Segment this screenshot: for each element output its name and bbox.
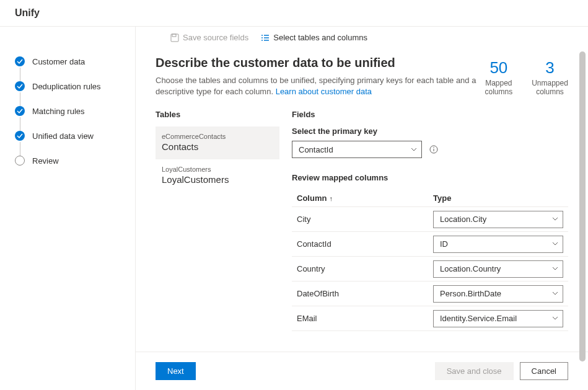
- svg-rect-1: [172, 34, 176, 37]
- chevron-down-icon: [552, 264, 558, 273]
- table-row: ContactId ID: [292, 232, 568, 257]
- circle-icon: [15, 156, 25, 166]
- table-row: Country Location.Country: [292, 257, 568, 281]
- grid-header: Column ↑ Type: [292, 190, 568, 206]
- svg-point-10: [433, 148, 434, 148]
- select-value: Person.BirthDate: [440, 289, 501, 298]
- page-title: Unify: [0, 0, 588, 27]
- checkmark-icon: [15, 131, 25, 141]
- save-source-fields-button: Save source fields: [170, 33, 248, 42]
- column-name: Country: [297, 264, 433, 273]
- wizard-sidebar: Customer data Deduplication rules Matchi…: [0, 27, 136, 390]
- review-mapped-heading: Review mapped columns: [292, 173, 568, 182]
- column-name: DateOfBirth: [297, 289, 433, 298]
- scrollbar-thumb[interactable]: [579, 51, 586, 361]
- table-list: eCommerceContacts Contacts LoyalCustomer…: [156, 126, 279, 192]
- step-deduplication-rules[interactable]: Deduplication rules: [0, 74, 135, 99]
- toolbar-label: Save source fields: [183, 33, 248, 42]
- footer: Next Save and close Cancel: [136, 352, 588, 390]
- type-select[interactable]: Identity.Service.Email: [433, 310, 563, 327]
- fields-heading: Fields: [292, 110, 568, 119]
- stat-unmapped: 3 Unmapped columns: [532, 58, 568, 96]
- table-source: LoyalCustomers: [162, 166, 272, 173]
- chevron-down-icon: [552, 215, 558, 224]
- chevron-down-icon: [552, 239, 558, 249]
- select-value: Location.City: [440, 215, 486, 224]
- next-button[interactable]: Next: [156, 362, 196, 380]
- step-customer-data[interactable]: Customer data: [0, 49, 135, 74]
- learn-more-link[interactable]: Learn about customer data: [276, 87, 372, 96]
- step-label: Customer data: [32, 57, 85, 66]
- checkmark-icon: [15, 106, 25, 116]
- select-value: Location.Country: [440, 264, 501, 273]
- primary-key-select[interactable]: ContactId: [292, 141, 422, 158]
- stat-label: Unmapped columns: [532, 79, 568, 96]
- stat-mapped: 50 Mapped columns: [483, 58, 514, 96]
- page-description: Choose the tables and columns to be unif…: [156, 75, 483, 97]
- table-item-contacts[interactable]: eCommerceContacts Contacts: [156, 126, 279, 159]
- save-close-button: Save and close: [435, 362, 514, 380]
- grid-body: City Location.City: [292, 206, 568, 331]
- table-name: LoyalCustomers: [162, 174, 272, 185]
- select-tables-button[interactable]: Select tables and columns: [261, 33, 367, 42]
- chevron-down-icon: [552, 314, 558, 323]
- tables-heading: Tables: [156, 110, 279, 119]
- stat-value: 50: [489, 58, 507, 78]
- toolbar: Save source fields Select tables and col…: [136, 27, 588, 48]
- save-icon: [170, 33, 179, 42]
- chevron-down-icon: [552, 289, 558, 298]
- select-value: ID: [440, 239, 448, 249]
- table-name: Contacts: [162, 141, 272, 152]
- list-icon: [261, 33, 270, 42]
- step-label: Matching rules: [32, 107, 85, 116]
- step-label: Review: [32, 156, 59, 166]
- col-header-column[interactable]: Column ↑: [297, 193, 433, 203]
- type-select[interactable]: ID: [433, 236, 563, 253]
- type-select[interactable]: Person.BirthDate: [433, 285, 563, 303]
- table-source: eCommerceContacts: [162, 133, 272, 140]
- table-item-loyalcustomers[interactable]: LoyalCustomers LoyalCustomers: [156, 159, 279, 192]
- step-label: Unified data view: [32, 131, 94, 141]
- type-select[interactable]: Location.Country: [433, 260, 563, 278]
- type-select[interactable]: Location.City: [433, 211, 563, 228]
- column-name: EMail: [297, 314, 433, 323]
- checkmark-icon: [15, 81, 25, 91]
- column-name: City: [297, 215, 433, 224]
- select-value: ContactId: [299, 145, 333, 154]
- table-row: DateOfBirth Person.BirthDate: [292, 281, 568, 306]
- col-header-label: Column: [297, 193, 327, 203]
- column-name: ContactId: [297, 239, 433, 249]
- step-unified-data-view[interactable]: Unified data view: [0, 123, 135, 148]
- step-matching-rules[interactable]: Matching rules: [0, 99, 135, 123]
- info-icon[interactable]: [429, 145, 438, 154]
- page-heading: Describe the customer data to be unified: [156, 56, 483, 70]
- sort-ascending-icon: ↑: [329, 195, 333, 202]
- cancel-button[interactable]: Cancel: [520, 362, 568, 380]
- step-label: Deduplication rules: [32, 82, 101, 91]
- select-value: Identity.Service.Email: [440, 314, 517, 323]
- primary-key-label: Select the primary key: [292, 126, 568, 136]
- step-list: Customer data Deduplication rules Matchi…: [0, 49, 135, 173]
- col-header-type[interactable]: Type: [433, 193, 563, 203]
- stat-value: 3: [545, 58, 554, 78]
- toolbar-label: Select tables and columns: [273, 33, 367, 42]
- chevron-down-icon: [411, 145, 417, 154]
- scrollbar[interactable]: [579, 27, 586, 353]
- table-row: City Location.City: [292, 207, 568, 232]
- table-row: EMail Identity.Service.Email: [292, 306, 568, 331]
- stat-label: Mapped columns: [483, 79, 514, 96]
- step-review[interactable]: Review: [0, 148, 135, 173]
- checkmark-icon: [15, 56, 25, 66]
